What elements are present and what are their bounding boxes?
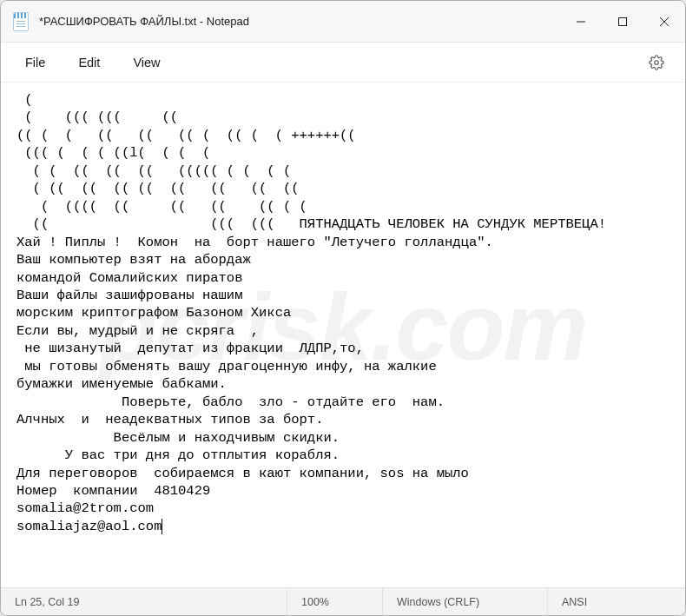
notepad-icon [13,12,29,31]
editor-area: pcrisk.com ( ( ((( ((( (( (( ( ( (( (( (… [1,83,685,587]
gear-icon [649,55,664,70]
svg-point-4 [655,60,659,64]
svg-rect-1 [619,17,627,25]
settings-button[interactable] [642,48,671,77]
minimize-icon [576,17,586,27]
document-text: ( ( ((( ((( (( (( ( ( (( (( (( ( (( ( ( … [16,92,606,534]
notepad-window: *РАСШИФРОВАТЬ ФАЙЛЫ.txt - Notepad File E… [0,0,686,616]
menu-view[interactable]: View [117,49,175,76]
status-encoding: ANSI [548,588,685,615]
maximize-button[interactable] [602,1,643,43]
window-title: *РАСШИФРОВАТЬ ФАЙЛЫ.txt - Notepad [39,15,249,28]
minimize-button[interactable] [560,1,602,43]
status-line-ending: Windows (CRLF) [383,588,548,615]
menu-bar: File Edit View [1,43,685,83]
text-caret [162,519,162,534]
status-bar: Ln 25, Col 19 100% Windows (CRLF) ANSI [1,587,685,615]
status-zoom[interactable]: 100% [287,588,383,615]
menu-file[interactable]: File [10,49,61,76]
maximize-icon [617,17,628,27]
close-button[interactable] [643,1,685,43]
title-bar[interactable]: *РАСШИФРОВАТЬ ФАЙЛЫ.txt - Notepad [1,1,685,43]
close-icon [659,17,670,27]
status-position: Ln 25, Col 19 [1,588,287,615]
menu-edit[interactable]: Edit [63,49,115,76]
text-editor[interactable]: ( ( ((( ((( (( (( ( ( (( (( (( ( (( ( ( … [1,83,685,544]
